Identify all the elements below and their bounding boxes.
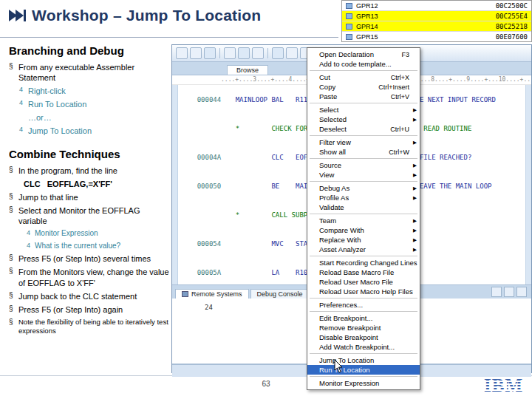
menu-item-shortcut: Ctrl+W xyxy=(383,149,409,156)
menu-item-label: Monitor Expression xyxy=(319,379,379,387)
bullet-item: § Select and Monitor the EOFFLAG variabl… xyxy=(9,205,170,226)
submenu-arrow-icon: ▶ xyxy=(413,185,417,191)
register-value: 00C2500C xyxy=(496,2,528,10)
menu-item[interactable]: Monitor Expression xyxy=(307,378,420,388)
menu-item[interactable]: Reload User Macro File xyxy=(307,277,420,287)
menu-item-label: Compare With xyxy=(319,226,364,234)
menu-item-label: Copy xyxy=(319,83,335,91)
toolbar-button[interactable] xyxy=(176,47,188,59)
submenu-arrow-icon: ▶ xyxy=(413,228,417,233)
bullet-marker: § xyxy=(9,304,18,315)
menu-item[interactable]: Remove Breakpoint xyxy=(307,323,420,332)
tab-remote-systems[interactable]: Remote Systems xyxy=(175,289,249,299)
menu-item[interactable]: Jump To Location xyxy=(307,355,420,365)
menu-item[interactable]: Filter view ▶ xyxy=(307,137,420,147)
menu-item[interactable]: Open Declaration F3 xyxy=(307,50,420,59)
menu-item[interactable]: Source ▶ xyxy=(307,160,420,170)
register-row[interactable]: GPR15 00E07600 xyxy=(342,32,531,41)
code-address: 000054 xyxy=(194,239,236,249)
menu-item[interactable]: Start Recording Changed Lines xyxy=(307,258,420,267)
menu-item[interactable]: Profile As ▶ xyxy=(307,193,420,202)
menu-item-label: Edit Breakpoint... xyxy=(319,314,372,322)
menu-item[interactable]: Reload User Macro Help Files xyxy=(307,287,420,296)
menu-item[interactable]: View ▶ xyxy=(307,170,420,180)
bullet-text: What is the current value? xyxy=(35,242,170,251)
menu-item-label: Add Watch Breakpoint... xyxy=(319,343,395,351)
menu-item-label: Reload User Macro File xyxy=(319,278,393,286)
editor-scrollbar[interactable] xyxy=(525,85,531,284)
toolbar-button[interactable] xyxy=(272,47,284,59)
minimize-view-button[interactable] xyxy=(491,287,502,297)
menu-item[interactable]: Validate xyxy=(307,202,420,212)
menu-item[interactable]: Copy Ctrl+Insert xyxy=(307,82,420,92)
menu-item[interactable]: Disable Breakpoint xyxy=(307,332,420,342)
toolbar-button[interactable] xyxy=(252,47,264,59)
menu-item-label: Add to code template... xyxy=(319,60,392,68)
menu-item[interactable]: Show all Ctrl+W xyxy=(307,147,420,157)
maximize-view-button[interactable] xyxy=(504,287,514,297)
bullet-marker-empty xyxy=(19,112,28,123)
menu-item-label: Profile As xyxy=(319,194,349,202)
menu-item-label: Filter view xyxy=(319,138,351,146)
view-menu-button[interactable] xyxy=(516,287,527,297)
register-row[interactable]: GPR12 00C2500C xyxy=(342,1,531,11)
menu-item[interactable]: Run To Location xyxy=(307,365,420,375)
menu-item[interactable]: Cut Ctrl+X xyxy=(307,72,420,82)
menu-item-label: Reload Base Macro File xyxy=(319,268,394,276)
menu-item-label: Cut xyxy=(319,73,330,81)
menu-item-label: Paste xyxy=(319,92,337,100)
slide-page-number: 63 xyxy=(0,380,532,388)
menu-item[interactable]: Add Watch Breakpoint... xyxy=(307,342,420,352)
code-address: 00005A xyxy=(194,268,236,278)
submenu-arrow-icon: ▶ xyxy=(413,237,417,243)
menu-item-label: Replace With xyxy=(319,236,361,244)
menu-item-label: Reload User Macro Help Files xyxy=(319,287,413,296)
menu-item[interactable]: Paste Ctrl+V xyxy=(307,92,420,101)
bullet-marker: § xyxy=(9,166,18,176)
register-name: GPR14 xyxy=(356,23,378,30)
toolbar-separator xyxy=(219,48,220,58)
menu-item[interactable]: Add to code template... xyxy=(307,59,420,69)
menu-item[interactable]: Asset Analyzer ▶ xyxy=(307,245,420,254)
menu-item-shortcut: Ctrl+U xyxy=(384,126,409,133)
menu-item-label: Start Recording Changed Lines xyxy=(319,259,417,267)
slide: Workshop – Jump To Location Branching an… xyxy=(0,0,532,399)
bullet-item: § Jump back to the CLC statement xyxy=(9,291,170,301)
register-row[interactable]: GPR13 00C255E4 xyxy=(342,11,531,21)
remote-systems-icon xyxy=(182,291,188,297)
tab-debug-console[interactable]: Debug Console xyxy=(250,289,310,299)
menu-item-shortcut: Ctrl+V xyxy=(385,93,409,100)
menu-item-label: Disable Breakpoint xyxy=(319,333,378,341)
bullet-item: § Note the flexibility of being able to … xyxy=(9,318,170,335)
editor-tab-browse[interactable]: Browse xyxy=(227,65,268,75)
register-icon xyxy=(346,34,352,40)
menu-item-label: Preferences... xyxy=(319,301,363,309)
toolbar-button[interactable] xyxy=(190,47,202,59)
menu-item[interactable]: Team ▶ xyxy=(307,216,420,225)
submenu-arrow-icon: ▶ xyxy=(413,218,417,224)
toolbar-button[interactable] xyxy=(224,47,236,59)
bullet-item: § Jump to that line xyxy=(9,192,170,202)
toolbar-button[interactable] xyxy=(204,47,216,59)
menu-item-label: Show all xyxy=(319,148,346,156)
bullet-text: Select and Monitor the EOFFLAG variable xyxy=(18,205,170,226)
menu-item-label: Select xyxy=(319,106,338,114)
menu-item[interactable]: Preferences... xyxy=(307,300,420,310)
menu-item[interactable]: Replace With ▶ xyxy=(307,235,420,245)
skip-forward-icon xyxy=(9,10,26,21)
bullet-marker: 4 xyxy=(19,86,28,96)
register-name: GPR13 xyxy=(356,13,378,20)
menu-item[interactable]: Edit Breakpoint... xyxy=(307,313,420,323)
menu-item[interactable]: Selected ▶ xyxy=(307,115,420,124)
bullet-text: Press F5 (or Step Into) several times xyxy=(18,253,170,264)
menu-item[interactable]: Debug As ▶ xyxy=(307,183,420,193)
register-row[interactable]: GPR14 80C25218 xyxy=(342,21,531,32)
bottom-tab-toolbar xyxy=(491,287,531,299)
toolbar-button[interactable] xyxy=(286,47,298,59)
menu-item[interactable]: Reload Base Macro File xyxy=(307,267,420,277)
register-value: 00C255E4 xyxy=(496,13,528,20)
toolbar-button[interactable] xyxy=(238,47,250,59)
menu-item[interactable]: Compare With ▶ xyxy=(307,225,420,235)
menu-item[interactable]: Select ▶ xyxy=(307,105,420,115)
menu-item[interactable]: Deselect Ctrl+U xyxy=(307,124,420,134)
